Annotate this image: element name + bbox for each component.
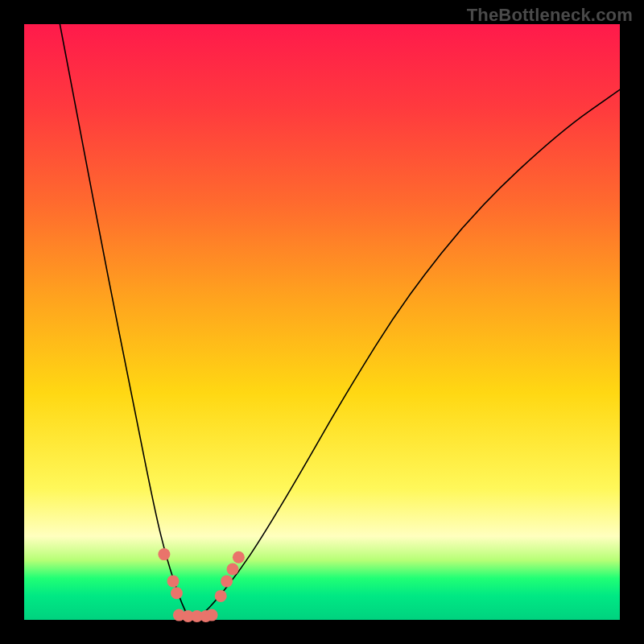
data-marker — [215, 590, 227, 602]
plot-area — [24, 24, 620, 620]
chart-frame: TheBottleneck.com — [0, 0, 644, 644]
data-marker — [158, 548, 170, 560]
data-marker — [171, 587, 183, 599]
watermark-text: TheBottleneck.com — [467, 5, 633, 26]
data-marker — [227, 564, 239, 576]
marker-group — [158, 548, 245, 622]
curve-layer — [24, 24, 620, 620]
data-marker — [167, 575, 180, 587]
data-marker — [206, 609, 218, 621]
data-marker — [221, 575, 233, 587]
data-marker — [233, 551, 245, 564]
left-curve — [60, 24, 191, 620]
right-curve — [191, 89, 620, 620]
